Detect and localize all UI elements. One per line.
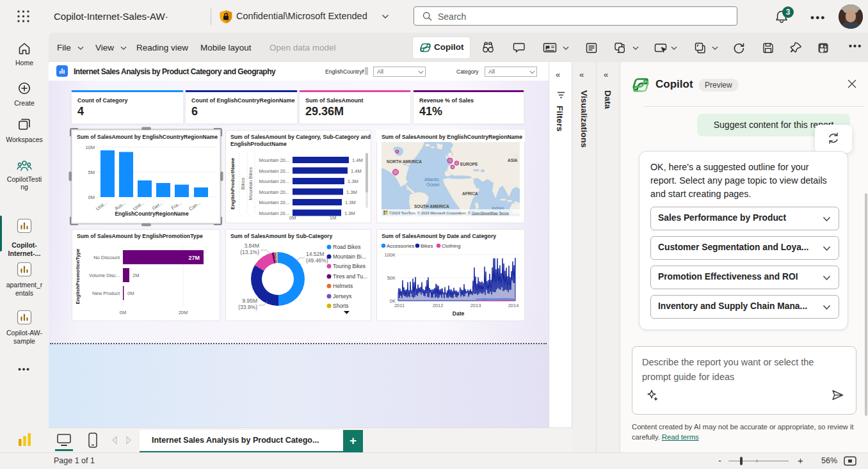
svg-text:Sum of SalesAmount by Category: Sum of SalesAmount by Category, Sub-Cate… xyxy=(230,134,371,140)
svg-text:2012: 2012 xyxy=(433,303,444,308)
svg-text:Mountain 20...: Mountain 20... xyxy=(259,157,289,163)
svg-text:No Discount: No Discount xyxy=(93,255,120,260)
svg-text:Mountain 20...: Mountain 20... xyxy=(259,168,289,174)
svg-text:1.3M: 1.3M xyxy=(344,211,355,216)
svg-text:1M: 1M xyxy=(330,215,336,221)
svg-text:Mountain 20...: Mountain 20... xyxy=(259,189,289,195)
svg-text:Sum of SalesAmount by Sub-Cate: Sum of SalesAmount by Sub-Category xyxy=(230,233,332,239)
svg-text:0M: 0M xyxy=(127,290,134,296)
svg-text:27M: 27M xyxy=(188,255,200,261)
svg-text:Atlantic: Atlantic xyxy=(424,177,439,182)
svg-text:2011: 2011 xyxy=(394,303,405,308)
svg-text:(13.1%): (13.1%) xyxy=(240,249,259,255)
svg-text:New Product: New Product xyxy=(92,290,120,296)
svg-text:(49.46%): (49.46%) xyxy=(306,257,328,264)
svg-text:1.4M: 1.4M xyxy=(351,168,362,174)
svg-text:Shorts: Shorts xyxy=(333,303,349,309)
svg-text:2013: 2013 xyxy=(470,303,481,308)
svg-text:Clothing: Clothing xyxy=(442,243,460,249)
svg-text:Mountain Bi...: Mountain Bi... xyxy=(333,253,366,260)
svg-text:Date: Date xyxy=(453,310,465,317)
svg-text:2014: 2014 xyxy=(508,303,519,308)
svg-text:3.84M: 3.84M xyxy=(244,242,259,249)
svg-text:EUROPE: EUROPE xyxy=(460,162,478,166)
svg-text:Sum of SalesAmount by Date and: Sum of SalesAmount by Date and Category xyxy=(382,233,496,239)
svg-text:NORTH AMERICA: NORTH AMERICA xyxy=(387,159,422,164)
svg-text:EnglishPromotionType: EnglishPromotionType xyxy=(75,248,81,305)
svg-text:EnglishProductName: EnglishProductName xyxy=(230,157,236,209)
svg-text:Bikes: Bikes xyxy=(421,243,433,249)
svg-text:©2023 TomTom, © 2023 Microsoft: ©2023 TomTom, © 2023 Microsoft Corporati… xyxy=(389,211,509,215)
svg-text:SOUTH AMERICA: SOUTH AMERICA xyxy=(414,204,449,209)
svg-text:9.95M: 9.95M xyxy=(242,298,257,304)
svg-text:Helmets: Helmets xyxy=(333,283,353,289)
svg-text:Road Bikes: Road Bikes xyxy=(333,244,360,250)
svg-text:Touring Bikes: Touring Bikes xyxy=(333,263,366,269)
svg-text:Accessories: Accessories xyxy=(387,243,414,249)
svg-text:0M: 0M xyxy=(120,310,126,315)
svg-text:100K: 100K xyxy=(384,252,396,258)
svg-text:Mountain 20...: Mountain 20... xyxy=(259,179,289,184)
svg-text:Sum of SalesAmount by EnglishP: Sum of SalesAmount by EnglishPromotionTy… xyxy=(77,233,203,239)
svg-text:Mountain Bikes: Mountain Bikes xyxy=(248,167,253,200)
svg-text:50K: 50K xyxy=(387,275,396,281)
svg-text:Volume Disc...: Volume Disc... xyxy=(89,273,120,278)
svg-text:0M: 0M xyxy=(289,215,296,221)
svg-text:1.3M: 1.3M xyxy=(345,200,356,205)
svg-text:(33.9%): (33.9%) xyxy=(238,304,257,310)
svg-text:Ocean: Ocean xyxy=(426,182,440,187)
svg-text:Mountain 20...: Mountain 20... xyxy=(259,211,289,216)
svg-text:2M: 2M xyxy=(133,273,139,278)
svg-text:Mountain 20...: Mountain 20... xyxy=(259,200,289,205)
svg-text:EnglishProductName: EnglishProductName xyxy=(230,141,287,147)
svg-text:1.4M: 1.4M xyxy=(352,157,363,163)
svg-text:Jerseys: Jerseys xyxy=(333,293,351,299)
svg-text:1.3M: 1.3M xyxy=(348,179,358,184)
svg-text:AFRICA: AFRICA xyxy=(462,191,478,196)
svg-text:1.3M: 1.3M xyxy=(346,189,357,195)
svg-text:ASIA: ASIA xyxy=(508,158,518,163)
svg-text:14.52M: 14.52M xyxy=(306,251,324,257)
svg-text:Bikes: Bikes xyxy=(240,178,246,190)
svg-text:20M: 20M xyxy=(179,310,188,315)
svg-text:Tires and Tu...: Tires and Tu... xyxy=(333,273,367,280)
